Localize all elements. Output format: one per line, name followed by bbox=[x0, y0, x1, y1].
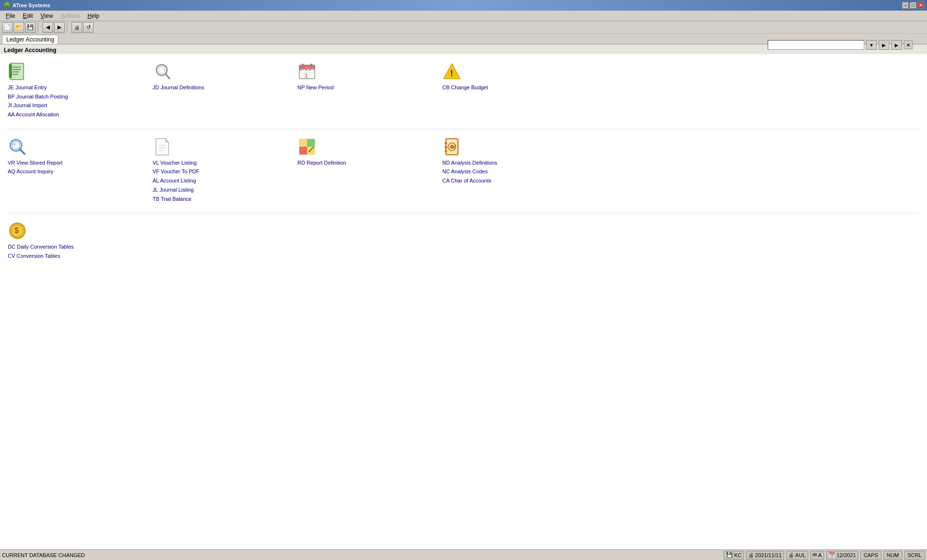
svg-rect-40 bbox=[445, 146, 447, 148]
bp-journal-batch-posting-link[interactable]: BP Journal Batch Posting bbox=[8, 92, 68, 101]
vf-voucher-to-pdf-link[interactable]: VF Voucher To PDF bbox=[153, 167, 199, 176]
jd-icon-wrapper bbox=[153, 62, 172, 81]
module-group-je: JE Journal Entry BP Journal Batch Postin… bbox=[8, 62, 153, 119]
svg-point-21 bbox=[13, 143, 16, 146]
menu-help[interactable]: Help bbox=[84, 12, 103, 20]
minimize-button[interactable]: ─ bbox=[902, 2, 909, 9]
print-icon: 🖨 bbox=[788, 552, 794, 558]
cb-change-budget-link[interactable]: CB Change Budget bbox=[442, 83, 488, 92]
aq-account-inquiry-link[interactable]: AQ Account Inquiry bbox=[8, 167, 53, 176]
status-bar: CURRENT DATABASE CHANGED 💾 KC 🖨 2021/11/… bbox=[0, 549, 927, 560]
rd-icon-wrapper bbox=[297, 137, 317, 156]
rd-report-definition-link[interactable]: RD Report Definition bbox=[297, 158, 346, 168]
title-bar-controls: ─ □ ✕ bbox=[902, 2, 924, 9]
svg-marker-23 bbox=[166, 139, 169, 142]
change-budget-icon: ! bbox=[442, 62, 462, 81]
toolbar-back[interactable]: ◀ bbox=[42, 22, 53, 33]
status-caps: CAPS bbox=[860, 551, 882, 560]
daily-conversion-icon: $ bbox=[8, 221, 27, 240]
toolbar-new[interactable]: 📄 bbox=[2, 22, 13, 33]
close-button[interactable]: ✕ bbox=[917, 2, 924, 9]
toolbar-forward[interactable]: ▶ bbox=[54, 22, 65, 33]
menu-edit[interactable]: Edit bbox=[19, 12, 37, 20]
db-icon: 💾 bbox=[726, 552, 733, 558]
module-row-1: JE Journal Entry BP Journal Batch Postin… bbox=[8, 62, 919, 119]
new-period-icon: 1 M T W bbox=[297, 62, 317, 81]
report-definition-icon bbox=[297, 137, 317, 156]
svg-line-7 bbox=[166, 74, 169, 79]
ji-journal-import-link[interactable]: JI Journal Import bbox=[8, 101, 47, 110]
search-go-btn2[interactable]: ▶ bbox=[891, 40, 902, 50]
view-stored-report-icon bbox=[8, 137, 27, 156]
cv-conversion-tables-link[interactable]: CV Conversion Tables bbox=[8, 252, 60, 261]
status-date-group: 🖨 2021/11/11 bbox=[746, 551, 784, 560]
vr-view-stored-report-link[interactable]: VR View Stored Report bbox=[8, 158, 63, 168]
search-input[interactable] bbox=[768, 40, 864, 50]
toolbar-print[interactable]: 🖨 bbox=[71, 22, 82, 33]
svg-line-20 bbox=[20, 149, 25, 154]
status-aul: AUL bbox=[795, 552, 805, 558]
jl-journal-listing-link[interactable]: JL Journal Listing bbox=[153, 185, 194, 195]
email-icon: ✉ bbox=[813, 552, 817, 558]
svg-rect-41 bbox=[445, 150, 447, 152]
al-account-listing-link[interactable]: AL Account Listing bbox=[153, 176, 196, 185]
dc-daily-conversion-link[interactable]: DC Daily Conversion Tables bbox=[8, 242, 74, 252]
toolbar-refresh[interactable]: ↺ bbox=[83, 22, 94, 33]
ca-char-of-accounts-link[interactable]: CA Char of Accounts bbox=[442, 176, 492, 185]
module-row-2: VR View Stored Report AQ Account Inquiry… bbox=[8, 137, 919, 203]
menu-file[interactable]: File bbox=[2, 12, 19, 20]
status-period-group: 📅 12/2021 bbox=[826, 551, 858, 560]
status-date: 2021/11/11 bbox=[755, 552, 782, 558]
aa-account-allocation-link[interactable]: AA Account Allocation bbox=[8, 110, 59, 119]
svg-point-37 bbox=[450, 145, 454, 149]
title-bar: 🌳 ATree Systems ─ □ ✕ bbox=[0, 0, 927, 11]
svg-rect-29 bbox=[307, 139, 315, 147]
svg-rect-12 bbox=[310, 64, 312, 68]
tb-trial-balance-link[interactable]: TB Trial Balance bbox=[153, 195, 192, 204]
je-journal-entry-link[interactable]: JE Journal Entry bbox=[8, 83, 47, 92]
cal-icon: 📅 bbox=[829, 552, 835, 558]
module-row-3: $ DC Daily Conversion Tables CV Conversi… bbox=[8, 221, 919, 260]
svg-text:!: ! bbox=[450, 69, 453, 78]
toolbar-open[interactable]: 📂 bbox=[14, 22, 24, 33]
svg-rect-30 bbox=[299, 147, 307, 154]
np-new-period-link[interactable]: NP New Period bbox=[297, 83, 334, 92]
svg-rect-28 bbox=[299, 139, 307, 147]
module-group-rd: RD Report Definition bbox=[297, 137, 442, 203]
svg-rect-11 bbox=[302, 64, 304, 68]
search-go-btn[interactable]: ▶ bbox=[879, 40, 889, 50]
module-group-dc: $ DC Daily Conversion Tables CV Conversi… bbox=[8, 221, 153, 260]
search-dropdown-btn[interactable]: ▼ bbox=[866, 40, 877, 50]
np-icon-wrapper: 1 M T W bbox=[297, 62, 317, 81]
nc-analysis-codes-link[interactable]: NC Analysis Codes bbox=[442, 167, 488, 176]
svg-rect-31 bbox=[307, 147, 315, 154]
jd-journal-definitions-link[interactable]: JD Journal Definitions bbox=[153, 83, 204, 92]
divider-1 bbox=[8, 129, 919, 129]
vr-icon-wrapper bbox=[8, 137, 27, 156]
status-period: 12/2021 bbox=[837, 552, 856, 558]
date-icon: 🖨 bbox=[748, 552, 754, 558]
status-db-group: 💾 KC bbox=[724, 551, 744, 560]
journal-entry-icon bbox=[8, 62, 27, 81]
app-icon: 🌳 bbox=[3, 2, 11, 9]
main-content: JE Journal Entry BP Journal Batch Postin… bbox=[0, 54, 927, 549]
status-right: 💾 KC 🖨 2021/11/11 🖨 AUL ✉ A 📅 12/2021 CA… bbox=[723, 551, 925, 560]
cb-icon-wrapper: ! bbox=[442, 62, 462, 81]
svg-text:$: $ bbox=[14, 226, 19, 235]
search-area: ▼ ▶ ▶ ✕ bbox=[768, 40, 913, 50]
vl-voucher-listing-link[interactable]: VL Voucher Listing bbox=[153, 158, 197, 168]
menu-view[interactable]: View bbox=[37, 12, 57, 20]
toolbar-save[interactable]: 💾 bbox=[25, 22, 36, 33]
svg-text:M T W: M T W bbox=[302, 68, 315, 73]
module-group-nd: ND Analysis Definitions NC Analysis Code… bbox=[442, 137, 587, 203]
svg-point-19 bbox=[12, 141, 20, 149]
svg-point-8 bbox=[158, 67, 165, 73]
status-num: NUM bbox=[884, 551, 902, 560]
active-tab-label[interactable]: Ledger Accounting bbox=[2, 35, 58, 44]
vl-icon-wrapper bbox=[153, 137, 172, 156]
svg-rect-0 bbox=[10, 63, 24, 80]
maximize-button[interactable]: □ bbox=[910, 2, 916, 9]
nd-analysis-definitions-link[interactable]: ND Analysis Definitions bbox=[442, 158, 497, 168]
status-a: A bbox=[818, 552, 822, 558]
close-search-btn[interactable]: ✕ bbox=[904, 41, 913, 49]
